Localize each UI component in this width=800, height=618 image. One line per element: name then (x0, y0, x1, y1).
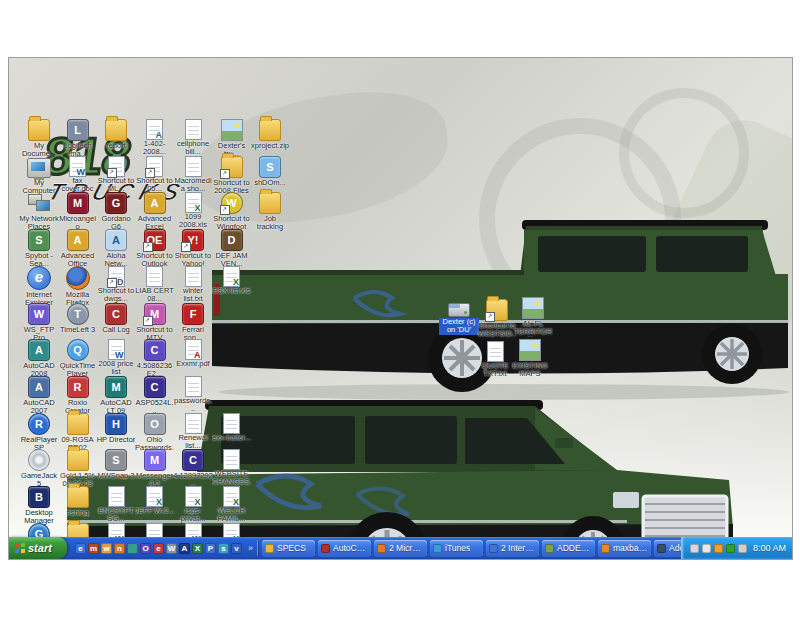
autocad-2008-desktop-icon[interactable]: AAutoCAD 2008 (19, 339, 59, 378)
messenger-42-desktop-icon[interactable]: MMessenger 4.2 (135, 449, 175, 488)
exxmr-pdf-desktop-icon[interactable]: AExxmr.pdf (173, 339, 213, 368)
gamejack-disc-desktop-icon[interactable]: GameJack 5 (19, 449, 59, 488)
shortcut-2008-files-desktop-icon[interactable]: ↗Shortcut to 2008 Files (212, 156, 252, 195)
winamp-quicklaunch-icon[interactable]: w (101, 543, 112, 554)
display-settings-tray-icon[interactable] (702, 544, 711, 553)
1099-xls-desktop-icon[interactable]: X1099 2008.xls (173, 192, 213, 229)
msn-quicklaunch-icon[interactable]: n (114, 543, 125, 554)
my-documents-desktop-icon[interactable]: My Docume... (19, 119, 59, 158)
yahoo-desktop-icon[interactable]: Y!↗Shortcut to Yahoo! (173, 229, 213, 268)
encryptsg-doc-desktop-icon[interactable]: ENCRYPTSG... (96, 486, 136, 523)
compass-412-desktop-icon[interactable]: C4.12897292... (173, 449, 213, 488)
quote-txt-desktop-icon[interactable]: QUOTE TXT.txt (475, 341, 515, 378)
internet-explorer-desktop-icon[interactable]: Internet Explorer (19, 266, 59, 307)
ferrari-exe-desktop-icon[interactable]: FFerrari son... (173, 303, 213, 342)
messenger-quicklaunch-icon[interactable]: s (218, 543, 229, 554)
fax-cover-doc-desktop-icon[interactable]: Wfax cover.doc (58, 156, 98, 193)
task-button-2-microsoft-of[interactable]: 2 Microsoft Of... (374, 540, 427, 557)
winter-list-txt-desktop-icon[interactable]: winter list.txt (173, 266, 213, 303)
wingfoot-desktop-icon[interactable]: W↗Shortcut to Wingfoot (212, 192, 252, 231)
tablet-pen-tray-icon[interactable] (738, 544, 747, 553)
gordano-g6-desktop-icon[interactable]: GGordano G6 (96, 192, 136, 231)
google-earth-desktop-icon[interactable]: GGoogle Earth (19, 523, 59, 537)
shortcut-westsid-folder-desktop-icon[interactable]: ↗Shortcut to WESTSID... (477, 299, 517, 339)
esx-list-xls-desktop-icon[interactable]: XESX list.xls (212, 266, 252, 295)
mozilla-firefox-desktop-icon[interactable]: Mozilla Firefox (58, 266, 98, 307)
advanced-excel-password-desktop-icon[interactable]: AAdvanced Excel Passw... (135, 192, 175, 232)
start-button[interactable]: start (9, 537, 67, 559)
cellphone-bill-doc-desktop-icon[interactable]: cellphone bill... (173, 119, 213, 156)
timeleft-desktop-icon[interactable]: TTimeLeft 3 (58, 303, 98, 334)
autocad-2007-desktop-icon[interactable]: AAutoCAD 2007 (19, 376, 59, 415)
acrobat-quicklaunch-icon[interactable]: A (179, 543, 190, 554)
service-tag-doc-desktop-icon[interactable]: Wservice tag 2.doc (173, 523, 213, 537)
internet-explorer-quicklaunch-icon[interactable]: e (75, 543, 86, 554)
logitech-imaging-desktop-icon[interactable]: LLogitech Ima... (58, 119, 98, 158)
call-log-desktop-icon[interactable]: CCall Log (96, 303, 136, 334)
hp-director-desktop-icon[interactable]: HHP Director (96, 413, 136, 444)
liab-cert-doc-desktop-icon[interactable]: LIAB CERT 08... (135, 266, 175, 303)
blackberry-desktop-manager-desktop-icon[interactable]: BDesktop Manager (19, 486, 59, 525)
my-computer-desktop-icon[interactable]: My Computer (19, 156, 59, 195)
task-button-adobe-photoshop[interactable]: Adobe Photoshop (654, 540, 681, 557)
autocad-lt-desktop-icon[interactable]: MAutoCAD LT 09 (96, 376, 136, 415)
quest-appg2-doc-desktop-icon[interactable]: Wquest-appg2 (96, 523, 136, 537)
realplayer-sp-desktop-icon[interactable]: RRealPlayer SP (19, 413, 59, 452)
outlook-express-quicklaunch-icon[interactable]: e (153, 543, 164, 554)
folder-05-ngsa-desktop-icon[interactable]: 05-NGSA-04... (58, 523, 98, 537)
microangelo-desktop-icon[interactable]: MMicroangelo (58, 192, 98, 231)
task-button-maxbabsrene-c[interactable]: maxbabsrene c... (598, 540, 651, 557)
whos-who-xls-desktop-icon[interactable]: XWho's Who at Miracle 11... (212, 523, 252, 537)
compass-asp-desktop-icon[interactable]: CASP0524L... (135, 376, 175, 415)
quick-launch-overflow-chevron-icon[interactable]: » (246, 543, 255, 553)
existing-maps-desktop-icon[interactable]: EXISTING MAPS (510, 339, 550, 378)
quicktime-player-desktop-icon[interactable]: QQuickTime Player (58, 339, 98, 378)
welch-family-xls-desktop-icon[interactable]: XWELCH FAMIL... (212, 486, 252, 523)
outlook-quicklaunch-icon[interactable]: O (140, 543, 151, 554)
renewal-list-doc-desktop-icon[interactable]: Renewal list... (173, 413, 213, 450)
spybot-desktop-icon[interactable]: SSpybot - Sea... (19, 229, 59, 268)
wsftp-pro-desktop-icon[interactable]: WWS_FTP Pro (19, 303, 59, 342)
fr21-doc-desktop-icon[interactable]: FR21 2008... (135, 523, 175, 537)
task-button-2-internet-ex[interactable]: 2 Internet Ex... (486, 540, 539, 557)
def-jam-desktop-icon[interactable]: DDEF JAM VEN... (212, 229, 252, 268)
website-changes-txt-desktop-icon[interactable]: WEBSITE CHANGES.txt (212, 449, 252, 487)
excel-quicklaunch-icon[interactable]: X (192, 543, 203, 554)
price-list-doc-desktop-icon[interactable]: W2008 price list (96, 339, 136, 376)
jeff-w2-xls-desktop-icon[interactable]: XJEFF W-2... (135, 486, 175, 515)
compass-45-desktop-icon[interactable]: C4.5086236E2... (135, 339, 175, 378)
shortcut-05-doc-desktop-icon[interactable]: ↗Shortcut to 05... (135, 156, 175, 193)
folder-fishing-desktop-icon[interactable]: fishing (58, 486, 98, 517)
al-fl-territory-desktop-icon[interactable]: AL-FL TERRITORY... (513, 297, 553, 337)
mtv-music-desktop-icon[interactable]: M↗Shortcut to MTV MUSIC (135, 303, 175, 343)
my-network-places-desktop-icon[interactable]: My Network Places (19, 192, 59, 231)
word-quicklaunch-icon[interactable]: W (166, 543, 177, 554)
shortcut-dwgs-doc-desktop-icon[interactable]: D↗Shortcut to dwgs... (96, 266, 136, 303)
acad-drawing-doc-desktop-icon[interactable]: A1-402-2008... (135, 119, 175, 156)
macromedia-doc-desktop-icon[interactable]: Macromedia sho... (173, 156, 213, 193)
task-button-specs[interactable]: SPECS (262, 540, 315, 557)
mwsnap-desktop-icon[interactable]: SMWSnap 3 (96, 449, 136, 480)
desktop[interactable]: 818 TRUCKS (9, 58, 792, 537)
rsps-privat-xls-desktop-icon[interactable]: Xrsps-privat... (173, 486, 213, 523)
xproject-zip-desktop-icon[interactable]: xproject.zip (250, 119, 290, 150)
tray-clock[interactable]: 8:00 AM (753, 543, 786, 553)
passwords-doc-desktop-icon[interactable]: passwords... (173, 376, 213, 413)
mail-quicklaunch-icon[interactable]: m (88, 543, 99, 554)
ohio-passwords-desktop-icon[interactable]: OOhio Passwords... (135, 413, 175, 453)
messenger-alert-tray-icon[interactable] (714, 544, 723, 553)
volume-tray-icon[interactable] (690, 544, 699, 553)
shdom-desktop-icon[interactable]: SshDOm... (250, 156, 290, 187)
shortcut-ml-doc-desktop-icon[interactable]: ↗Shortcut to ML... (96, 156, 136, 193)
dexter-network-drive-desktop-icon[interactable]: Dexter (c) on 'DU' (Mn-jcfcoat2) (Z) (439, 299, 479, 335)
task-button-autocad-2008[interactable]: AutoCAD 2008 ... (318, 540, 371, 557)
antivirus-status-tray-icon[interactable] (726, 544, 735, 553)
task-button-addendum-1[interactable]: ADDENDUM #1... (542, 540, 595, 557)
outlook-express-desktop-icon[interactable]: OE↗Shortcut to Outlook Ex... (135, 229, 175, 269)
aloha-bird-desktop-icon[interactable]: AAloha Netw... (96, 229, 136, 268)
advanced-office-password-desktop-icon[interactable]: AAdvanced Office Passw... (58, 229, 98, 269)
exx-trailer-doc-desktop-icon[interactable]: exx-trailer... (212, 413, 252, 442)
volume-mixer-quicklaunch-icon[interactable]: v (231, 543, 242, 554)
task-button-itunes[interactable]: iTunes (430, 540, 483, 557)
folder-job-tracking-desktop-icon[interactable]: Job tracking (250, 192, 290, 231)
